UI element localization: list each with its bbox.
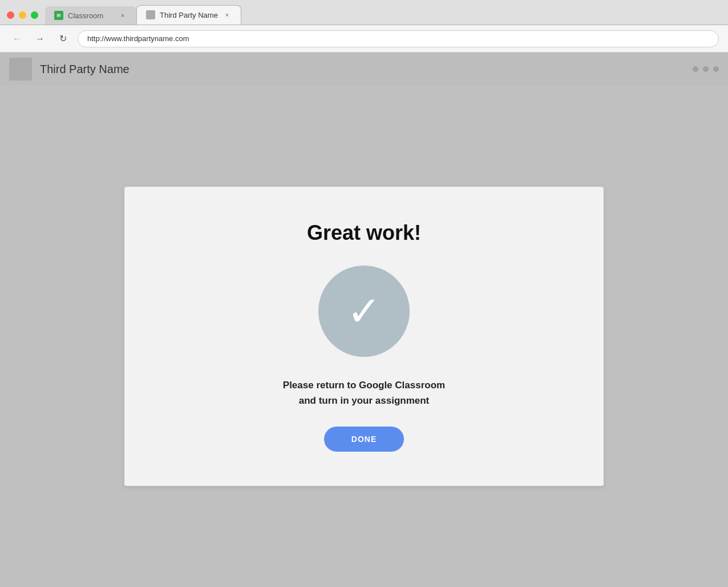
app-header-title: Third Party Name: [40, 63, 130, 76]
checkmark-icon: ✓: [347, 291, 381, 332]
app-logo-icon: [9, 58, 32, 81]
card-message-line2: and turn in your assignment: [283, 393, 445, 408]
completion-card: Great work! ✓ Please return to Google Cl…: [124, 187, 604, 486]
forward-button[interactable]: →: [32, 31, 48, 47]
header-dot-1: [693, 66, 698, 72]
tab-classroom[interactable]: Classroom ×: [45, 6, 136, 25]
card-message-line1: Please return to Google Classroom: [283, 377, 445, 393]
card-message: Please return to Google Classroom and tu…: [283, 377, 445, 408]
header-dot-2: [703, 66, 709, 72]
traffic-lights: [7, 11, 38, 25]
tab-third-party[interactable]: Third Party Name ×: [136, 5, 241, 25]
header-menu-dots[interactable]: [693, 66, 719, 72]
checkmark-circle: ✓: [318, 266, 410, 357]
content-area: Great work! ✓ Please return to Google Cl…: [0, 86, 728, 587]
tab-third-party-close[interactable]: ×: [223, 10, 232, 19]
title-bar: Classroom × Third Party Name ×: [0, 0, 728, 25]
classroom-favicon-icon: [54, 11, 63, 20]
tab-list: Classroom × Third Party Name ×: [45, 5, 241, 25]
back-button[interactable]: ←: [9, 31, 25, 47]
tab-third-party-label: Third Party Name: [160, 11, 218, 19]
minimize-window-button[interactable]: [19, 11, 26, 19]
maximize-window-button[interactable]: [31, 11, 38, 19]
header-dot-3: [713, 66, 719, 72]
close-window-button[interactable]: [7, 11, 14, 19]
card-title: Great work!: [307, 221, 421, 245]
browser-window: Classroom × Third Party Name × ← → ↻ htt…: [0, 0, 728, 587]
refresh-button[interactable]: ↻: [55, 31, 71, 47]
third-party-favicon-icon: [146, 10, 155, 19]
tab-classroom-label: Classroom: [68, 11, 103, 20]
done-button[interactable]: DONE: [324, 427, 404, 452]
tab-classroom-close[interactable]: ×: [118, 11, 127, 20]
url-input[interactable]: http://www.thirdpartyname.com: [78, 30, 719, 47]
app-header: Third Party Name: [0, 53, 728, 86]
address-bar: ← → ↻ http://www.thirdpartyname.com: [0, 25, 728, 53]
